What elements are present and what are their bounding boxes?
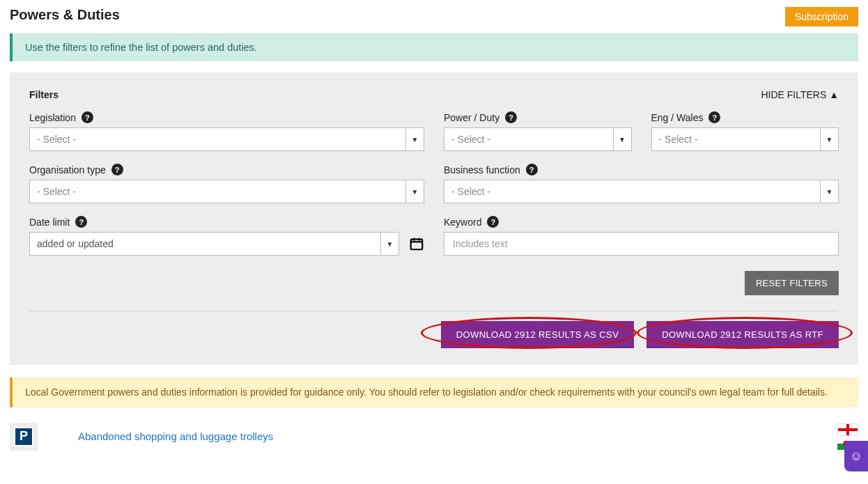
keyword-label: Keyword [444, 217, 481, 228]
legislation-value: - Select - [30, 128, 405, 150]
legislation-select[interactable]: - Select - ▼ [29, 127, 424, 151]
eng-wales-value: - Select - [652, 128, 821, 150]
date-limit-value: added or updated [30, 233, 380, 255]
svg-rect-0 [411, 240, 423, 250]
org-type-select[interactable]: - Select - ▼ [29, 180, 424, 203]
download-csv-button[interactable]: DOWNLOAD 2912 RESULTS AS CSV [441, 321, 634, 348]
flag-england-icon [837, 423, 858, 436]
legislation-label: Legislation [29, 112, 76, 123]
business-function-label: Business function [444, 164, 520, 175]
reset-filters-button[interactable]: RESET FILTERS [745, 271, 839, 295]
help-icon[interactable]: ? [75, 216, 87, 228]
help-icon[interactable]: ? [505, 111, 517, 123]
power-duty-label: Power / Duty [444, 112, 499, 123]
result-row: P Abandoned shopping and luggage trolley… [10, 417, 858, 456]
download-rtf-button[interactable]: DOWNLOAD 2912 RESULTS AS RTF [646, 321, 839, 348]
calendar-icon[interactable] [409, 236, 424, 251]
result-link[interactable]: Abandoned shopping and luggage trolleys [78, 430, 273, 442]
help-icon[interactable]: ? [526, 164, 538, 175]
filters-panel: Filters HIDE FILTERS ▲ Legislation ? - S… [10, 72, 858, 365]
business-function-select[interactable]: - Select - ▼ [444, 180, 839, 203]
power-duty-select[interactable]: - Select - ▼ [444, 127, 632, 151]
eng-wales-select[interactable]: - Select - ▼ [651, 127, 839, 151]
chevron-down-icon: ▼ [820, 180, 838, 203]
org-type-label: Organisation type [29, 164, 106, 175]
page-title: Powers & Duties [10, 7, 120, 23]
keyword-input[interactable] [444, 232, 839, 256]
help-icon[interactable]: ? [82, 111, 93, 123]
date-limit-select[interactable]: added or updated ▼ [29, 232, 399, 256]
chevron-down-icon: ▼ [405, 180, 424, 203]
chat-widget[interactable]: ☺ [844, 441, 868, 463]
result-type-badge: P [10, 423, 38, 451]
business-function-value: - Select - [444, 180, 820, 203]
help-icon[interactable]: ? [487, 216, 499, 228]
hide-filters-toggle[interactable]: HIDE FILTERS ▲ [761, 89, 839, 100]
download-row: DOWNLOAD 2912 RESULTS AS CSV DOWNLOAD 29… [29, 321, 839, 348]
date-limit-label: Date limit [29, 217, 70, 228]
chevron-down-icon: ▼ [613, 128, 631, 150]
info-banner: Use the filters to refine the list of po… [10, 33, 858, 61]
badge-letter: P [14, 427, 33, 446]
chevron-down-icon: ▼ [820, 128, 838, 150]
chevron-down-icon: ▼ [380, 233, 398, 255]
divider [29, 311, 839, 311]
eng-wales-label: Eng / Wales [651, 112, 704, 123]
help-icon[interactable]: ? [111, 164, 123, 175]
help-icon[interactable]: ? [708, 111, 720, 123]
subscription-button[interactable]: Subscription [785, 7, 858, 26]
chevron-down-icon: ▼ [405, 128, 424, 150]
warning-banner: Local Government powers and duties infor… [10, 377, 858, 407]
org-type-value: - Select - [30, 180, 405, 203]
filters-heading: Filters [29, 89, 59, 100]
power-duty-value: - Select - [444, 128, 613, 150]
